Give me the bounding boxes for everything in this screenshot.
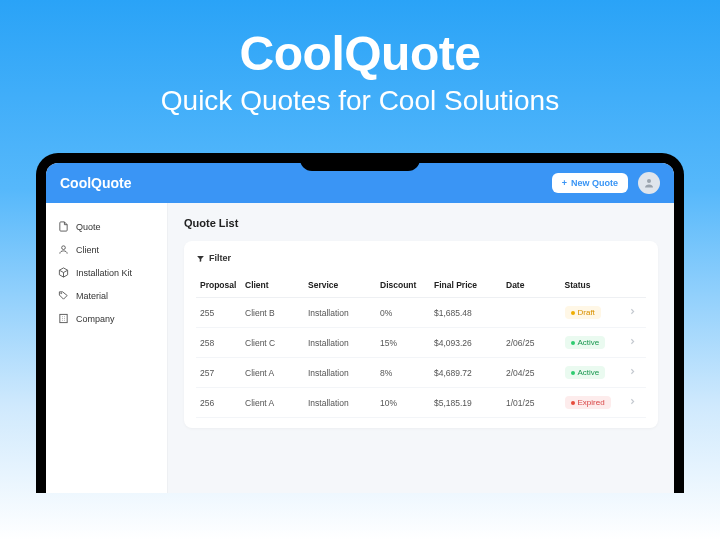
- hero-title: CoolQuote: [0, 26, 720, 81]
- status-dot-icon: [571, 371, 575, 375]
- device-notch: [300, 153, 420, 171]
- brand-logo: CoolQuote: [60, 175, 132, 191]
- col-actions: [624, 273, 647, 298]
- app-body: Quote Client Installation Kit Material C…: [46, 203, 674, 493]
- table-row[interactable]: 256Client AInstallation10%$5,185.191/01/…: [196, 388, 646, 418]
- cell-client: Client C: [241, 328, 304, 358]
- row-expand[interactable]: [624, 328, 647, 358]
- sidebar-item-label: Installation Kit: [76, 268, 132, 278]
- status-badge: Active: [565, 366, 606, 379]
- building-icon: [58, 313, 69, 324]
- cell-discount: 10%: [376, 388, 430, 418]
- chevron-right-icon: [628, 337, 637, 346]
- main-content: Quote List Filter Proposal Client Servic…: [168, 203, 674, 493]
- cell-date: 2/06/25: [502, 328, 561, 358]
- quote-table: Proposal Client Service Discount Final P…: [196, 273, 646, 418]
- cell-service: Installation: [304, 388, 376, 418]
- cell-service: Installation: [304, 298, 376, 328]
- cell-proposal: 258: [196, 328, 241, 358]
- page-title: Quote List: [184, 217, 658, 229]
- hero: CoolQuote Quick Quotes for Cool Solution…: [0, 0, 720, 135]
- col-proposal: Proposal: [196, 273, 241, 298]
- new-quote-label: New Quote: [571, 178, 618, 188]
- topbar-right: + New Quote: [552, 172, 660, 194]
- col-status: Status: [561, 273, 624, 298]
- svg-point-0: [647, 179, 651, 183]
- cell-service: Installation: [304, 358, 376, 388]
- new-quote-button[interactable]: + New Quote: [552, 173, 628, 193]
- tag-icon: [58, 290, 69, 301]
- cell-client: Client A: [241, 388, 304, 418]
- col-date: Date: [502, 273, 561, 298]
- cell-price: $1,685.48: [430, 298, 502, 328]
- chevron-right-icon: [628, 307, 637, 316]
- svg-rect-3: [60, 314, 67, 322]
- status-badge: Active: [565, 336, 606, 349]
- status-badge: Draft: [565, 306, 601, 319]
- chevron-right-icon: [628, 397, 637, 406]
- plus-icon: +: [562, 178, 567, 188]
- status-dot-icon: [571, 401, 575, 405]
- sidebar: Quote Client Installation Kit Material C…: [46, 203, 168, 493]
- cell-status: Expired: [561, 388, 624, 418]
- user-icon: [58, 244, 69, 255]
- sidebar-item-company[interactable]: Company: [46, 307, 167, 330]
- svg-point-1: [62, 246, 66, 250]
- cell-status: Draft: [561, 298, 624, 328]
- cell-date: [502, 298, 561, 328]
- table-row[interactable]: 257Client AInstallation8%$4,689.722/04/2…: [196, 358, 646, 388]
- sidebar-item-label: Company: [76, 314, 115, 324]
- cell-date: 2/04/25: [502, 358, 561, 388]
- table-header-row: Proposal Client Service Discount Final P…: [196, 273, 646, 298]
- col-price: Final Price: [430, 273, 502, 298]
- sidebar-item-quote[interactable]: Quote: [46, 215, 167, 238]
- filter-button[interactable]: Filter: [196, 251, 646, 273]
- cell-discount: 15%: [376, 328, 430, 358]
- cell-discount: 0%: [376, 298, 430, 328]
- status-badge: Expired: [565, 396, 611, 409]
- col-service: Service: [304, 273, 376, 298]
- filter-label: Filter: [209, 253, 231, 263]
- chevron-right-icon: [628, 367, 637, 376]
- sidebar-item-label: Material: [76, 291, 108, 301]
- cell-price: $4,689.72: [430, 358, 502, 388]
- row-expand[interactable]: [624, 298, 647, 328]
- device-frame: CoolQuote + New Quote Quote Clie: [36, 153, 684, 493]
- cell-client: Client A: [241, 358, 304, 388]
- app-screen: CoolQuote + New Quote Quote Clie: [46, 163, 674, 493]
- status-dot-icon: [571, 341, 575, 345]
- avatar[interactable]: [638, 172, 660, 194]
- filter-icon: [196, 254, 205, 263]
- sidebar-item-client[interactable]: Client: [46, 238, 167, 261]
- hero-subtitle: Quick Quotes for Cool Solutions: [0, 85, 720, 117]
- cell-date: 1/01/25: [502, 388, 561, 418]
- row-expand[interactable]: [624, 358, 647, 388]
- table-row[interactable]: 258Client CInstallation15%$4,093.262/06/…: [196, 328, 646, 358]
- cell-price: $4,093.26: [430, 328, 502, 358]
- col-discount: Discount: [376, 273, 430, 298]
- cell-status: Active: [561, 328, 624, 358]
- status-dot-icon: [571, 311, 575, 315]
- cell-client: Client B: [241, 298, 304, 328]
- sidebar-item-material[interactable]: Material: [46, 284, 167, 307]
- sidebar-item-label: Quote: [76, 222, 101, 232]
- package-icon: [58, 267, 69, 278]
- table-row[interactable]: 255Client BInstallation0%$1,685.48Draft: [196, 298, 646, 328]
- cell-proposal: 257: [196, 358, 241, 388]
- quote-card: Filter Proposal Client Service Discount …: [184, 241, 658, 428]
- file-icon: [58, 221, 69, 232]
- col-client: Client: [241, 273, 304, 298]
- cell-price: $5,185.19: [430, 388, 502, 418]
- sidebar-item-label: Client: [76, 245, 99, 255]
- row-expand[interactable]: [624, 388, 647, 418]
- cell-service: Installation: [304, 328, 376, 358]
- sidebar-item-installation-kit[interactable]: Installation Kit: [46, 261, 167, 284]
- cell-status: Active: [561, 358, 624, 388]
- cell-proposal: 256: [196, 388, 241, 418]
- user-icon: [643, 177, 655, 189]
- cell-discount: 8%: [376, 358, 430, 388]
- table-body: 255Client BInstallation0%$1,685.48Draft2…: [196, 298, 646, 418]
- cell-proposal: 255: [196, 298, 241, 328]
- svg-point-2: [61, 293, 62, 294]
